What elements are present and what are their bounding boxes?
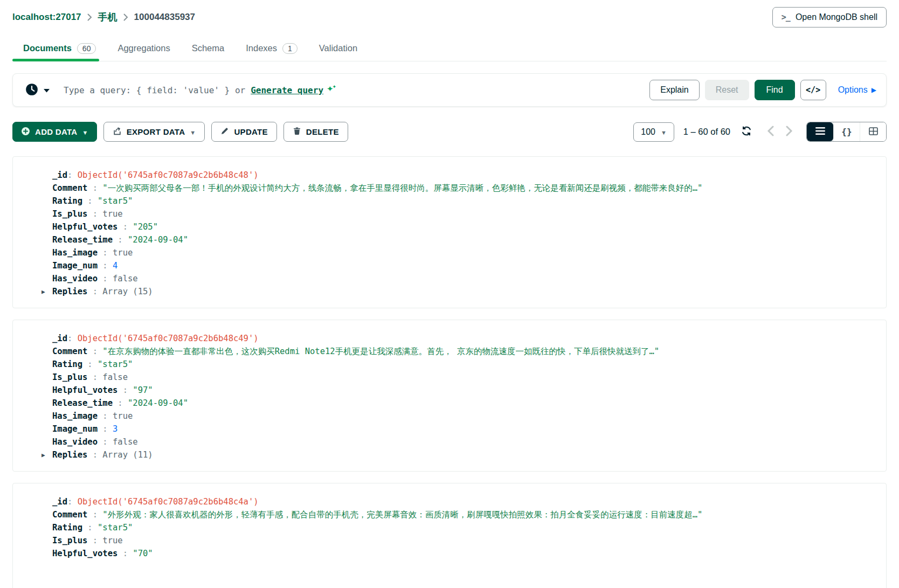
triangle-right-icon: ▶ [872,86,876,94]
field-name: Replies [52,450,87,460]
field-value: "70" [133,549,153,558]
options-toggle[interactable]: Options ▶ [838,85,876,95]
sparkle-icon: ✦✦ [327,84,337,94]
tab-schema[interactable]: Schema [181,36,236,61]
next-page-button[interactable] [785,124,794,139]
page-size-select[interactable]: 100 ▼ [633,122,674,142]
tab-aggregations[interactable]: Aggregations [107,36,181,61]
field-separator: : [67,497,78,507]
add-data-button[interactable]: ADD DATA ▼ [12,122,97,142]
field-value: true [102,209,122,219]
field-name: _id [52,497,67,507]
document-field-image_num: Image_num : 4 [13,259,876,272]
document-field-release_time: Release_time : "2024-09-04" [13,397,876,410]
field-value: "2024-09-04" [128,398,188,408]
field-separator: : [98,261,113,271]
document-field-id: _id: ObjectId('6745af0c7087a9c2b6b48c49'… [13,332,876,345]
document-field-has_video: Has_video : false [13,272,876,285]
field-separator: : [87,347,102,356]
terminal-icon: >_ [782,12,790,22]
breadcrumb-collection: 100044835937 [134,12,195,23]
breadcrumb-database[interactable]: 手机 [98,11,117,24]
tab-label: Indexes [246,43,277,53]
trash-icon [293,127,301,137]
field-name: Rating [52,359,82,369]
refresh-button[interactable] [739,124,753,140]
query-input-placeholder[interactable]: Type a query: { field: 'value' } or [64,85,245,95]
field-name: Comment [52,510,87,520]
field-name: Helpful_votes [52,549,117,558]
document-card[interactable]: _id: ObjectId('6745af0c7087a9c2b6b48c49'… [12,320,887,472]
field-name: Helpful_votes [52,222,117,232]
field-separator: : [87,536,102,545]
open-mongodb-shell-button[interactable]: >_ Open MongoDB shell [772,7,887,27]
field-separator: : [117,222,133,232]
tab-documents[interactable]: Documents60 [12,36,107,61]
documents-toolbar: ADD DATA ▼ EXPORT DATA ▼ UPDATE [12,122,887,142]
shell-button-label: Open MongoDB shell [796,12,877,22]
export-icon [113,127,122,137]
export-data-label: EXPORT DATA [127,127,185,136]
document-field-helpful_votes: Helpful_votes : "70" [13,547,876,560]
generate-query-link[interactable]: Generate query [251,85,323,95]
document-card[interactable]: _id: ObjectId('6745af0c7087a9c2b6b48c48'… [12,156,887,308]
field-value: "205" [133,222,158,232]
tab-validation[interactable]: Validation [308,36,368,61]
expand-array-icon[interactable]: ▶ [42,449,45,461]
clock-icon [25,82,39,98]
delete-button[interactable]: DELETE [283,122,348,142]
field-value: ObjectId('6745af0c7087a9c2b6b48c48') [78,170,259,180]
document-field-is_plus: Is_plus : false [13,371,876,384]
compass-documents-page: localhost:27017 手机 100044835937 >_ Open … [0,0,899,588]
field-value: "外形外观：家人很喜欢机器的外形，轻薄有手感，配合自带的手机壳，完美屏幕音效：画… [102,510,702,520]
field-value: true [113,248,133,258]
tab-label: Aggregations [117,43,170,53]
document-card[interactable]: _id: ObjectId('6745af0c7087a9c2b6b48c4a'… [12,483,887,588]
delete-label: DELETE [306,127,339,136]
find-button[interactable]: Find [755,80,795,100]
pagination [766,124,794,139]
field-name: Has_video [52,274,98,283]
field-value: "star5" [98,523,133,532]
expand-array-icon[interactable]: ▶ [42,286,45,298]
document-field-rating: Rating : "star5" [13,358,876,371]
chevron-down-icon: ▼ [190,129,196,136]
list-view-button[interactable] [807,122,833,141]
reset-button[interactable]: Reset [705,80,749,100]
add-data-label: ADD DATA [35,127,78,136]
page-size-value: 100 [641,127,655,137]
explain-button[interactable]: Explain [649,80,699,100]
field-separator: : [87,287,102,296]
field-separator: : [82,196,98,206]
field-separator: : [87,209,102,219]
document-field-is_plus: Is_plus : true [13,534,876,547]
chevron-down-icon: ▼ [661,129,667,136]
code-view-button[interactable]: </> [800,80,826,100]
table-view-icon [869,127,878,137]
export-data-button[interactable]: EXPORT DATA ▼ [103,122,205,142]
field-name: Is_plus [52,209,87,219]
update-button[interactable]: UPDATE [211,122,276,142]
toolbar-right-controls: 100 ▼ 1 – 60 of 60 [633,122,887,142]
query-history-button[interactable] [25,82,50,98]
field-separator: : [113,398,128,408]
document-field-image_num: Image_num : 3 [13,423,876,435]
document-field-helpful_votes: Helpful_votes : "205" [13,220,876,233]
previous-page-button[interactable] [766,124,775,139]
field-name: Rating [52,523,82,532]
field-value: true [102,536,122,545]
document-field-comment: Comment : "在京东购物的体验一直都非常出色，这次购买Redmi Not… [13,345,876,358]
field-name: Image_num [52,424,98,434]
tab-count-badge: 60 [77,43,96,54]
field-value: Array (15) [102,287,153,296]
field-separator: : [113,235,128,245]
breadcrumb: localhost:27017 手机 100044835937 [12,11,195,24]
field-name: Is_plus [52,536,87,545]
table-view-button[interactable] [860,122,886,141]
field-separator: : [98,274,113,283]
json-view-button[interactable]: {} [833,122,860,141]
field-value: "一次购买两部父母各一部！手机的外观设计简约大方，线条流畅，拿在手里显得很时尚。… [102,183,702,193]
breadcrumb-host[interactable]: localhost:27017 [12,12,81,23]
field-separator: : [87,450,102,460]
tab-indexes[interactable]: Indexes1 [235,36,308,61]
